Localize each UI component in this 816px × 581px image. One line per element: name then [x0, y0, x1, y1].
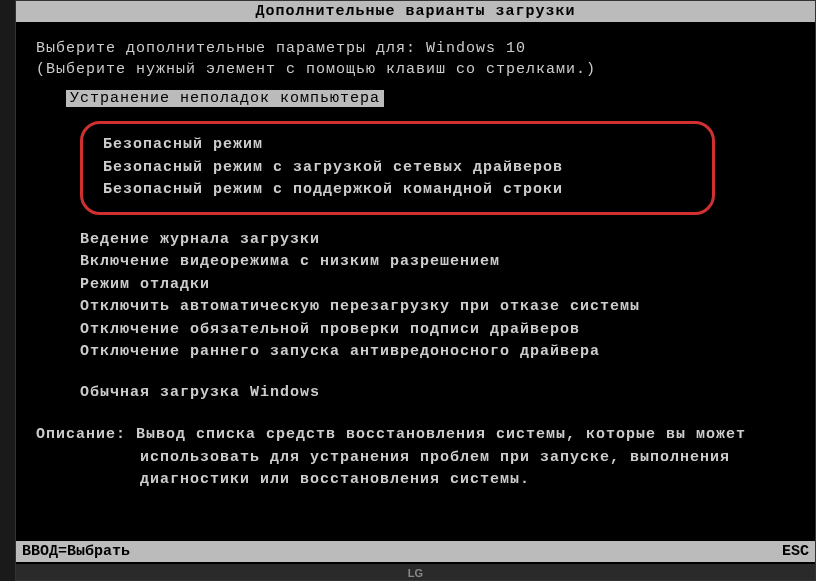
instruction-os: Выберите дополнительные параметры для: W…	[36, 40, 795, 57]
menu-group-advanced: Ведение журнала загрузки Включение видео…	[80, 229, 795, 364]
menu-item-disable-antimalware[interactable]: Отключение раннего запуска антивредоносн…	[80, 341, 795, 364]
boot-screen: Дополнительные варианты загрузки Выберит…	[15, 0, 816, 581]
screen-title: Дополнительные варианты загрузки	[255, 3, 575, 20]
menu-group-normal: Обычная загрузка Windows	[80, 382, 795, 405]
monitor-bezel: LG	[16, 564, 815, 580]
menu-item-low-res-video[interactable]: Включение видеорежима с низким разрешени…	[80, 251, 795, 274]
menu-item-boot-logging[interactable]: Ведение журнала загрузки	[80, 229, 795, 252]
menu-item-disable-driver-sig[interactable]: Отключение обязательной проверки подписи…	[80, 319, 795, 342]
description-text-1: Вывод списка средств восстановления сист…	[136, 426, 746, 443]
description-text-3: диагностики или восстановления системы.	[140, 469, 795, 492]
footer-esc-hint: ESC	[782, 543, 809, 560]
safe-modes-highlight-box: Безопасный режим Безопасный режим с загр…	[80, 121, 715, 215]
footer-enter-hint: ВВОД=Выбрать	[22, 543, 130, 560]
content-area: Выберите дополнительные параметры для: W…	[16, 22, 815, 502]
monitor-brand-logo: LG	[408, 567, 423, 579]
menu-item-normal-boot[interactable]: Обычная загрузка Windows	[80, 382, 795, 405]
menu-item-safe-mode-networking[interactable]: Безопасный режим с загрузкой сетевых дра…	[103, 157, 692, 180]
menu-item-repair-computer[interactable]: Устранение неполадок компьютера	[66, 90, 384, 107]
menu-item-debug-mode[interactable]: Режим отладки	[80, 274, 795, 297]
instruction-hint: (Выберите нужный элемент с помощью клави…	[36, 61, 795, 78]
description-text-2: использовать для устранения проблем при …	[140, 447, 795, 470]
menu-item-safe-mode[interactable]: Безопасный режим	[103, 134, 692, 157]
title-bar: Дополнительные варианты загрузки	[16, 1, 815, 22]
footer-bar: ВВОД=Выбрать ESC	[16, 541, 815, 562]
menu-item-safe-mode-cmd[interactable]: Безопасный режим с поддержкой командной …	[103, 179, 692, 202]
description-label: Описание:	[36, 426, 126, 443]
description-block: Описание: Вывод списка средств восстанов…	[36, 424, 795, 492]
menu-item-disable-auto-restart[interactable]: Отключить автоматическую перезагрузку пр…	[80, 296, 795, 319]
